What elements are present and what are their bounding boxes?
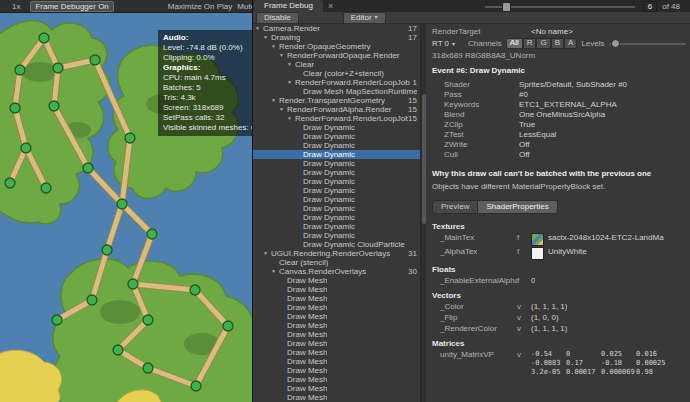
tree-row[interactable]: ▼Drawing17: [253, 33, 420, 42]
property-stage-flag: f: [517, 276, 531, 286]
property-row: _RendererColorv(1, 1, 1, 1): [432, 324, 686, 334]
tree-row[interactable]: Draw Mesh: [253, 357, 420, 366]
property-stage-flag: v: [517, 302, 531, 312]
tab-frame-debug[interactable]: Frame Debug: [254, 0, 323, 12]
tree-row[interactable]: Draw Dynamic: [253, 159, 420, 168]
tree-row-label: Draw Dynamic: [303, 177, 355, 186]
foldout-arrow-icon[interactable]: ▼: [263, 249, 271, 258]
property-stage-flag: v: [517, 313, 531, 323]
tree-row-label: Draw Mesh: [287, 375, 327, 384]
texture-thumbnail-map[interactable]: [531, 233, 544, 246]
tree-row[interactable]: ▼RenderForward.RenderLoopJob15: [253, 114, 420, 123]
batch-break-reason: Objects have different MaterialPropertyB…: [432, 182, 686, 191]
tree-row[interactable]: Draw Dynamic: [253, 195, 420, 204]
tree-row[interactable]: Draw Mesh: [253, 321, 420, 330]
tree-row[interactable]: Draw Mesh: [253, 330, 420, 339]
tab-preview[interactable]: Preview: [432, 200, 478, 214]
tree-row[interactable]: ▼Canvas.RenderOverlays30: [253, 267, 420, 276]
tree-row-count: 15: [408, 105, 420, 114]
foldout-arrow-icon[interactable]: ▼: [255, 24, 263, 33]
tree-row[interactable]: Draw Dynamic: [253, 231, 420, 240]
channel-button-all[interactable]: All: [506, 38, 523, 49]
tree-row-label: Draw Mesh: [287, 339, 327, 348]
tree-row[interactable]: Draw Dynamic: [253, 141, 420, 150]
tree-row[interactable]: Draw Mesh: [253, 393, 420, 402]
rt-index-dropdown[interactable]: RT 0 ▾: [432, 39, 464, 48]
tree-row[interactable]: Clear (stencil): [253, 258, 420, 267]
channel-buttons: AllRGBA: [506, 38, 578, 49]
event-slider[interactable]: [485, 1, 635, 11]
tree-row[interactable]: ▼RenderForwardOpaque.Render: [253, 51, 420, 60]
channel-button-g[interactable]: G: [536, 38, 550, 49]
tree-row[interactable]: ▼Clear: [253, 60, 420, 69]
state-value: Sprites/Default, SubShader #0: [519, 80, 627, 90]
tree-row[interactable]: Draw Dynamic: [253, 150, 420, 159]
tree-row[interactable]: Draw Mesh: [253, 303, 420, 312]
levels-slider[interactable]: [609, 38, 686, 48]
game-view[interactable]: 1x Frame Debugger On Maximize On Play Mu…: [0, 0, 252, 402]
tab-shaderproperties[interactable]: ShaderProperties: [478, 200, 557, 214]
foldout-arrow-icon[interactable]: ▼: [271, 267, 279, 276]
tree-row[interactable]: ▼Render.OpaqueGeometry: [253, 42, 420, 51]
scale-control[interactable]: 1x: [12, 2, 20, 11]
stat-line: SetPass calls: 32: [163, 113, 252, 123]
tree-row[interactable]: Draw Mesh: [253, 384, 420, 393]
texture-thumbnail-white[interactable]: [531, 247, 544, 260]
tree-row[interactable]: ▼Camera.Render17: [253, 24, 420, 33]
channel-button-b[interactable]: B: [551, 38, 564, 49]
maximize-on-play-toggle[interactable]: Maximize On Play: [168, 2, 232, 11]
foldout-arrow-icon[interactable]: ▼: [271, 42, 279, 51]
tree-row[interactable]: ▼RenderForwardAlpha.Render15: [253, 105, 420, 114]
disable-button[interactable]: Disable: [256, 12, 299, 24]
tree-row-label: Canvas.RenderOverlays: [279, 267, 366, 276]
tree-row[interactable]: Draw Dynamic CloudParticle: [253, 240, 420, 249]
state-name: ZWrite: [432, 140, 519, 150]
event-number-field[interactable]: 6: [643, 1, 657, 12]
tree-row[interactable]: Clear (color+Z+stencil): [253, 69, 420, 78]
foldout-arrow-icon[interactable]: ▼: [287, 114, 295, 123]
tree-row[interactable]: Draw Dynamic: [253, 186, 420, 195]
frame-debug-toolbar: Disable Editor ▾: [253, 12, 690, 24]
foldout-arrow-icon[interactable]: ▼: [279, 105, 287, 114]
slider-thumb[interactable]: [502, 2, 511, 12]
render-target-dropdown[interactable]: <No name>: [531, 27, 573, 36]
tree-row-label: Draw Dynamic: [303, 222, 355, 231]
tree-row[interactable]: ▼UGUI.Rendering.RenderOverlays31: [253, 249, 420, 258]
tree-row[interactable]: Draw Dynamic: [253, 177, 420, 186]
foldout-arrow-icon[interactable]: ▼: [279, 51, 287, 60]
tree-row[interactable]: Draw Dynamic: [253, 168, 420, 177]
stat-line: Clipping: 0.0%: [163, 53, 252, 63]
close-icon[interactable]: ×: [328, 0, 333, 12]
foldout-arrow-icon[interactable]: ▼: [287, 78, 295, 87]
tree-row[interactable]: Draw Mesh MapSectionRuntime(Cl: [253, 87, 420, 96]
channel-button-a[interactable]: A: [564, 38, 577, 49]
tree-row[interactable]: Draw Mesh: [253, 375, 420, 384]
slider-thumb[interactable]: [611, 39, 620, 48]
foldout-arrow-icon[interactable]: ▼: [263, 33, 271, 42]
state-name: Shader: [432, 80, 519, 90]
tree-row[interactable]: Draw Mesh: [253, 366, 420, 375]
foldout-arrow-icon[interactable]: ▼: [271, 96, 279, 105]
tree-row[interactable]: ▼RenderForward.RenderLoopJob1: [253, 78, 420, 87]
tree-row[interactable]: Draw Dynamic: [253, 132, 420, 141]
tree-row[interactable]: Draw Mesh: [253, 339, 420, 348]
tree-row[interactable]: Draw Mesh: [253, 348, 420, 357]
tree-row[interactable]: Draw Dynamic: [253, 204, 420, 213]
channel-button-r[interactable]: R: [523, 38, 537, 49]
stat-line: Visible skinned meshes: 0: [163, 123, 252, 133]
tree-row[interactable]: Draw Dynamic: [253, 123, 420, 132]
tree-row[interactable]: Draw Dynamic: [253, 213, 420, 222]
render-target-format: 318x689 R8G8B8A8_UNorm: [432, 51, 686, 61]
foldout-arrow-icon[interactable]: ▼: [287, 60, 295, 69]
tree-row[interactable]: Draw Mesh: [253, 276, 420, 285]
levels-label: Levels: [581, 39, 604, 48]
state-name: Pass: [432, 90, 519, 100]
tree-row[interactable]: Draw Mesh: [253, 312, 420, 321]
tree-row[interactable]: Draw Mesh: [253, 294, 420, 303]
tree-row[interactable]: Draw Mesh: [253, 285, 420, 294]
tree-row[interactable]: Draw Dynamic: [253, 222, 420, 231]
editor-dropdown[interactable]: Editor ▾: [343, 12, 386, 24]
mute-audio-toggle[interactable]: Mute Audio: [237, 2, 252, 11]
game-toolbar: 1x Frame Debugger On Maximize On Play Mu…: [0, 0, 252, 13]
tree-row[interactable]: ▼Render.TransparentGeometry15: [253, 96, 420, 105]
